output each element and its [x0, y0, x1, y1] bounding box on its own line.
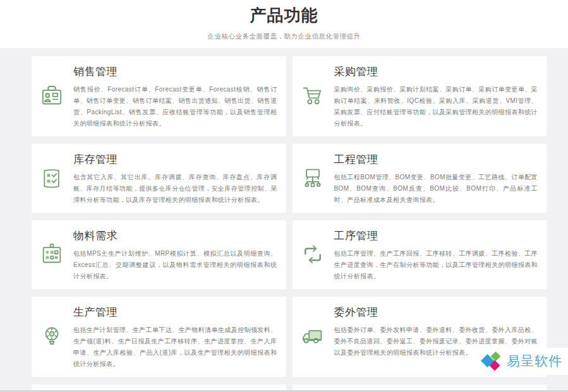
yicheng-logo-icon: [482, 351, 502, 371]
bom-tree-icon: [300, 150, 325, 206]
checklist-icon: [39, 150, 64, 206]
card-title: 工程管理: [334, 152, 538, 167]
gear-bulb-icon: [39, 303, 64, 370]
card-title: 销售管理: [73, 64, 277, 79]
feature-card-5: 物料需求 包括MPS主生产计划维护、MRP模拟计算、模拟汇总以及明细查询、Exc…: [32, 220, 286, 289]
workflow-arrows-icon: [300, 227, 325, 282]
card-description: 销售报价、Forecast订单、Forecast变更单、Forecast核销、销…: [73, 84, 277, 129]
feature-card-6: 工序管理 包括工序管理、生产工序回报、工序移转、工序调拨、工序检验、工序生产进度…: [293, 220, 547, 289]
truck-icon: [300, 303, 325, 370]
feature-card-2: 采购管理 采购询价、采购报价、采购计划结案、采购订单、采购订单变更单、采购订单结…: [293, 56, 547, 136]
card-description: 包括工序管理、生产工序回报、工序移转、工序调拨、工序检验、工序生产进度查询，生产…: [334, 248, 538, 282]
card-description: 采购询价、采购报价、采购计划结案、采购订单、采购订单变更单、采购订单结案、来料暂…: [334, 84, 538, 129]
brand-watermark: 易呈软件: [477, 348, 568, 375]
calendar-icon: [39, 227, 64, 282]
card-description: 包括MPS主生产计划维护、MRP模拟计算、模拟汇总以及明细查询、Excess汇总…: [73, 248, 277, 282]
feature-cards-grid: 销售管理 销售报价、Forecast订单、Forecast变更单、Forecas…: [32, 56, 547, 392]
feature-card-7: 生产管理 包括生产计划管理、生产工单下达、生产物料清单生成及控制领发料、生产领(…: [32, 297, 286, 377]
id-badge-icon: [39, 62, 64, 129]
shopping-cart-icon: [300, 62, 325, 129]
card-description: 包含其它入库、其它出库、库存调拨、库存查询、库存盘点、库存调账、库存月结等功能，…: [73, 172, 277, 206]
page-title: 产品功能: [0, 4, 568, 27]
page-subtitle: 企业核心业务全面覆盖，助力企业信息化管理提升: [0, 32, 568, 41]
card-title: 采购管理: [334, 64, 538, 79]
product-features-page: 产品功能 企业核心业务全面覆盖，助力企业信息化管理提升 销售管理 销售报价、Fo…: [0, 0, 568, 392]
page-header: 产品功能 企业核心业务全面覆盖，助力企业信息化管理提升: [0, 0, 568, 48]
watermark-brand-text: 易呈软件: [507, 352, 562, 370]
card-title: 生产管理: [73, 305, 277, 319]
features-section: 销售管理 销售报价、Forecast订单、Forecast变更单、Forecas…: [0, 48, 568, 390]
card-title: 委外管理: [334, 305, 538, 319]
feature-card-4: 工程管理 包括工程BOM管理、BOM变更、BOM批量变更、工艺路线、订单配置BO…: [293, 144, 547, 213]
feature-card-1: 销售管理 销售报价、Forecast订单、Forecast变更单、Forecas…: [32, 56, 286, 136]
card-description: 包括生产计划管理、生产工单下达、生产物料清单生成及控制领发料、生产领(退)料、生…: [73, 324, 277, 370]
card-title: 物料需求: [73, 229, 277, 243]
card-description: 包括工程BOM管理、BOM变更、BOM批量变更、工艺路线、订单配置BOM、BOM…: [334, 172, 538, 206]
feature-card-3: 库存管理 包含其它入库、其它出库、库存调拨、库存查询、库存盘点、库存调账、库存月…: [32, 144, 286, 213]
card-title: 工序管理: [334, 229, 538, 243]
card-title: 库存管理: [73, 152, 277, 167]
